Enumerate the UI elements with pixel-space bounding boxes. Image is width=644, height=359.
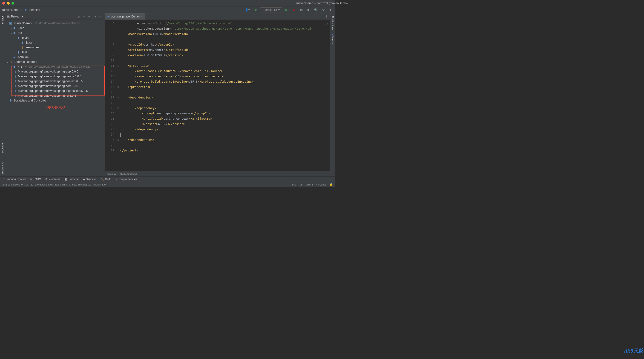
left-tab-project[interactable]: Project [1,14,4,26]
code-editor[interactable]: 3456789101112131415161718192021222324252… [105,20,330,171]
sidebar-title[interactable]: ▤ Project ▾ [7,15,23,18]
right-tab-notifications[interactable]: Notifications [331,14,335,32]
caret-position[interactable]: 24:1 [292,183,296,186]
line-separator[interactable]: LF [300,183,303,186]
code-content[interactable]: xmlns:xsi="http://www.w3.org/2001/XMLSch… [120,20,330,171]
tree-lib-item[interactable]: ⫼Maven: org.springframework:spring-core:… [5,84,105,88]
breadcrumb-file[interactable]: pom.xml [29,8,40,12]
crumb-deps[interactable]: dependencies [120,172,138,175]
maven-file-icon: m [25,8,27,12]
chevron-icon: › [118,172,118,175]
breadcrumb: mavenDemo 〉 m pom.xml [2,8,40,12]
tool-deps[interactable]: ⫘ Dependencies [116,178,137,181]
project-sidebar: ▤ Project ▾ ⊕ ≡ ⇥ ⚙ — ▣mavenDemo~/Androi… [5,13,105,176]
tab-label: pom.xml (mavenDemo) [111,15,140,18]
tab-menu-icon[interactable]: ⋮ [323,13,330,20]
main-toolbar: mavenDemo 〉 m pom.xml 👤▾ ⟲ Current File▾… [0,7,335,13]
maven-file-icon: m [108,15,110,18]
tool-terminal[interactable]: ▣ Terminal [64,178,78,181]
project-tree[interactable]: ▣mavenDemo~/Android/JavaProject/mavenDem… [5,20,105,176]
stop-button[interactable]: ◼ [306,8,311,12]
breadcrumb-project[interactable]: mavenDemo [2,8,19,12]
tree-lib-item[interactable]: ⫼Maven: org.springframework:spring-jcl:6… [5,93,105,98]
status-message: Shared indexes for JDK "17" are download… [2,183,106,186]
debug-button[interactable]: 🐞 [291,8,297,12]
hide-sidebar-icon[interactable]: — [98,15,103,19]
coverage-button[interactable]: ◧ [299,8,304,12]
indent[interactable]: 4 spaces [316,183,326,186]
editor-breadcrumb: project › dependencies [105,171,330,176]
tool-todo[interactable]: ≣ TODO [30,178,41,181]
locate-icon[interactable]: ⊕ [77,15,81,19]
left-tab-bookmarks[interactable]: Bookmarks [1,160,4,176]
bottom-tools: ⎇ Version Control ≣ TODO ⊘ Problems ▣ Te… [0,176,335,182]
editor-tabs: m pom.xml (mavenDemo) × ⋮ [105,13,330,20]
right-tool-strip: Notifications m Maven [330,13,335,176]
chevron-icon: 〉 [21,8,24,12]
tree-lib-item[interactable]: ⫼Maven: org.springframework:spring-conte… [5,79,105,84]
encoding[interactable]: UTF-8 [306,183,313,186]
tree-lib-item[interactable]: ⫼Maven: org.springframework:spring-beans… [5,74,105,79]
crumb-project[interactable]: project [108,172,116,175]
line-gutter: 3456789101112131415161718192021222324252… [105,20,116,171]
inspection-ok-icon[interactable]: ✓ [326,22,328,26]
tree-lib-item[interactable]: ⫼Maven: org.springframework:spring-expre… [5,88,105,93]
fold-gutter[interactable]: ⊟⊟⊟⊟⊟⊟ [116,20,120,171]
tool-services[interactable]: ◆ Services [83,178,96,181]
tool-problems[interactable]: ⊘ Problems [45,178,60,181]
titlebar: mavenDemo – pom.xml (mavenDemo) [0,0,335,7]
tree-lib-item[interactable]: ⫼Maven: org.springframework:spring-aop:6… [5,69,105,74]
maximize-window[interactable] [12,2,14,5]
left-tab-structure[interactable]: Structure [1,141,4,155]
run-button[interactable]: ▶ [284,8,289,12]
collapse-all-icon[interactable]: ⇥ [87,15,91,19]
run-config-selector[interactable]: Current File▾ [260,7,282,13]
tool-build[interactable]: 🔨 Build [101,178,112,181]
annotation-text: 下载好的依赖 [5,105,105,110]
search-icon[interactable]: 🔍 [313,8,319,12]
editor-tab[interactable]: m pom.xml (mavenDemo) × [105,13,145,20]
lock-icon[interactable]: 🔒 [330,183,333,186]
ide-icon[interactable]: ◆ [328,8,333,12]
status-bar: Shared indexes for JDK "17" are download… [0,182,335,187]
editor-area: m pom.xml (mavenDemo) × ⋮ 34567891011121… [105,13,330,176]
right-tab-maven[interactable]: m Maven [331,32,335,46]
window-title: mavenDemo – pom.xml (mavenDemo) [296,2,348,5]
sidebar-settings-icon[interactable]: ⚙ [93,15,97,19]
minimize-window[interactable] [7,2,10,5]
expand-all-icon[interactable]: ≡ [82,15,86,19]
settings-icon[interactable]: ⚙ [321,8,326,12]
tool-vcs[interactable]: ⎇ Version Control [2,178,26,181]
close-window[interactable] [2,2,5,5]
user-dropdown-icon[interactable]: 👤▾ [244,8,251,12]
sync-icon[interactable]: ⟲ [253,8,258,12]
left-tool-strip: Project Structure Bookmarks [0,13,5,176]
close-tab-icon[interactable]: × [141,15,142,18]
